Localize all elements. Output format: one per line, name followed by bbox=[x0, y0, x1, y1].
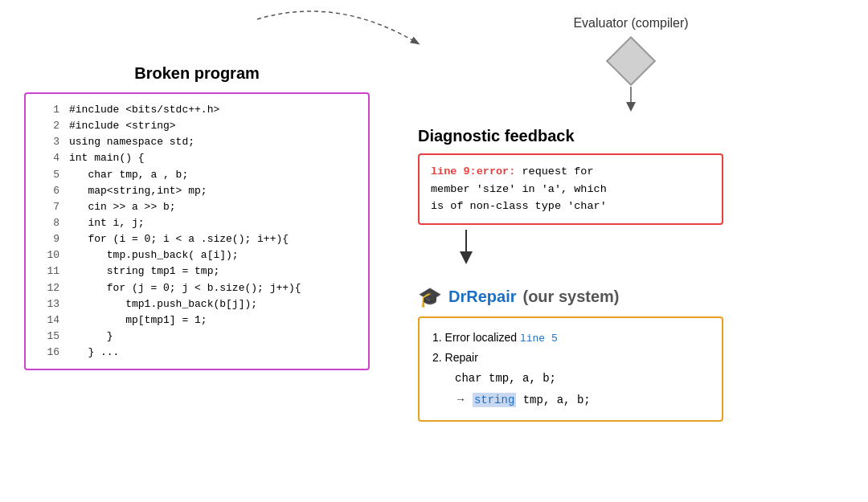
repair-line-1: 1. Error localized line 5 bbox=[432, 328, 709, 348]
line-code: for (j = 0; j < b.size(); j++){ bbox=[69, 280, 301, 296]
drrepair-subtitle: (our system) bbox=[522, 288, 619, 306]
table-row: 3using namespace std; bbox=[37, 134, 357, 150]
drrepair-name: DrRepair bbox=[448, 288, 516, 306]
diagnostic-title: Diagnostic feedback bbox=[418, 127, 844, 145]
line-code: for (i = 0; i < a .size(); i++){ bbox=[69, 231, 289, 247]
line-number: 12 bbox=[37, 280, 59, 296]
line-number: 13 bbox=[37, 296, 59, 312]
evaluator-label: Evaluator (compiler) bbox=[573, 16, 688, 31]
line-number: 1 bbox=[37, 102, 59, 118]
line-code: #include <string> bbox=[69, 118, 176, 134]
table-row: 15 } bbox=[37, 329, 357, 345]
line-number: 7 bbox=[37, 199, 59, 215]
diagnostic-section: Diagnostic feedback line 9:error: reques… bbox=[418, 127, 844, 225]
line-code: int i, j; bbox=[69, 215, 145, 231]
arrow-right-icon: → bbox=[455, 393, 466, 406]
line-number: 4 bbox=[37, 150, 59, 166]
table-row: 12 for (j = 0; j < b.size(); j++){ bbox=[37, 280, 357, 296]
table-row: 6 map<string,int> mp; bbox=[37, 183, 357, 199]
line-code: char tmp, a , b; bbox=[69, 167, 188, 183]
line-code: string tmp1 = tmp; bbox=[69, 263, 219, 280]
table-row: 2#include <string> bbox=[37, 118, 357, 134]
line-code: #include <bits/stdc++.h> bbox=[69, 102, 219, 118]
line-code: tmp1.push_back(b[j]); bbox=[69, 296, 257, 312]
line-code: map<string,int> mp; bbox=[69, 183, 207, 199]
down-arrow-1 bbox=[615, 87, 647, 111]
line-number: 14 bbox=[37, 312, 59, 329]
mortar-board-icon: 🎓 bbox=[418, 286, 442, 308]
evaluator-section: Evaluator (compiler) bbox=[418, 16, 844, 79]
table-row: 4int main() { bbox=[37, 150, 357, 166]
line-number: 2 bbox=[37, 118, 59, 134]
line-number: 6 bbox=[37, 183, 59, 199]
line-number: 15 bbox=[37, 329, 59, 345]
line-number: 8 bbox=[37, 215, 59, 231]
error-prefix: line 9:error: bbox=[431, 165, 515, 178]
table-row: 14 mp[tmp1] = 1; bbox=[37, 312, 357, 329]
repair-original: char tmp, a, b; bbox=[432, 368, 709, 389]
evaluator-diamond bbox=[606, 36, 656, 86]
code-box: 1#include <bits/stdc++.h>2#include <stri… bbox=[24, 92, 370, 370]
line-code: tmp.push_back( a[i]); bbox=[69, 247, 239, 263]
line-code: mp[tmp1] = 1; bbox=[69, 312, 207, 329]
main-container: Broken program 1#include <bits/stdc++.h>… bbox=[0, 0, 868, 502]
line-code: int main() { bbox=[69, 150, 145, 166]
left-panel: Broken program 1#include <bits/stdc++.h>… bbox=[24, 64, 370, 370]
line-number: 11 bbox=[37, 263, 59, 280]
repair-fixed: → string tmp, a, b; bbox=[432, 390, 709, 410]
down-arrow-2 bbox=[450, 230, 482, 262]
line-code: } ... bbox=[69, 345, 119, 361]
line-number: 10 bbox=[37, 247, 59, 263]
line-number: 5 bbox=[37, 167, 59, 183]
line-number: 3 bbox=[37, 134, 59, 150]
error-box: line 9:error: request formember 'size' i… bbox=[418, 153, 723, 225]
line-number: 16 bbox=[37, 345, 59, 361]
string-keyword: string bbox=[473, 393, 516, 407]
table-row: 5 char tmp, a , b; bbox=[37, 167, 357, 183]
line5-code: line 5 bbox=[520, 333, 558, 345]
table-row: 11 string tmp1 = tmp; bbox=[37, 263, 357, 280]
table-row: 10 tmp.push_back( a[i]); bbox=[37, 247, 357, 263]
table-row: 9 for (i = 0; i < a .size(); i++){ bbox=[37, 231, 357, 247]
line-code: using namespace std; bbox=[69, 134, 194, 150]
drrepair-section: 🎓 DrRepair (our system) 1. Error localiz… bbox=[418, 286, 844, 422]
right-panel: Evaluator (compiler) bbox=[418, 16, 844, 422]
repair-box: 1. Error localized line 5 2. Repair char… bbox=[418, 316, 723, 422]
table-row: 8 int i, j; bbox=[37, 215, 357, 231]
line-code: } bbox=[69, 329, 113, 345]
table-row: 16 } ... bbox=[37, 345, 357, 361]
line-code: cin >> a >> b; bbox=[69, 199, 176, 215]
line-number: 9 bbox=[37, 231, 59, 247]
drrepair-title-row: 🎓 DrRepair (our system) bbox=[418, 286, 844, 308]
table-row: 7 cin >> a >> b; bbox=[37, 199, 357, 215]
table-row: 13 tmp1.push_back(b[j]); bbox=[37, 296, 357, 312]
repair-line-2: 2. Repair bbox=[432, 348, 709, 368]
table-row: 1#include <bits/stdc++.h> bbox=[37, 102, 357, 118]
